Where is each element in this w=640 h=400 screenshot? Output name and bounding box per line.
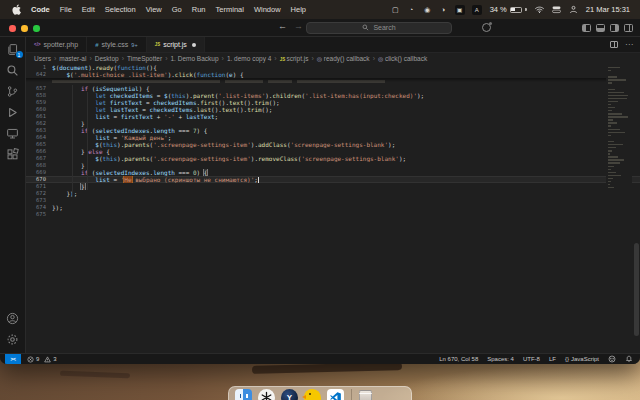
close-window-button[interactable]: [9, 25, 16, 32]
remote-indicator[interactable]: ><: [5, 354, 21, 364]
line-number[interactable]: 1: [26, 64, 52, 71]
indentation-setting[interactable]: Spaces: 4: [487, 356, 514, 362]
code-line-672[interactable]: 672 });: [26, 190, 640, 197]
menu-item-file[interactable]: File: [60, 5, 72, 14]
code-line-665[interactable]: 665 $(this).parents('.screenpage-setting…: [26, 141, 640, 148]
modified-dot-icon[interactable]: [192, 43, 196, 47]
split-editor-icon[interactable]: [610, 41, 618, 48]
app-status-icon-5[interactable]: ▣: [455, 5, 465, 15]
line-number[interactable]: 658: [26, 92, 52, 99]
explorer-icon[interactable]: 1: [1, 39, 25, 60]
line-number[interactable]: 670: [26, 176, 52, 183]
breadcrumb-item-desktop[interactable]: Desktop: [95, 55, 119, 62]
language-mode[interactable]: {} JavaScript: [565, 356, 599, 362]
notifications-bell-icon[interactable]: [625, 355, 633, 363]
code-line-659[interactable]: 659 let firstText = checkedItems.first()…: [26, 99, 640, 106]
line-number[interactable]: 662: [26, 120, 52, 127]
tab-style-css[interactable]: # style.css 9+: [87, 37, 146, 52]
app-status-icon-3[interactable]: ◉: [423, 5, 432, 14]
line-number[interactable]: 672: [26, 190, 52, 197]
dock-item-finder[interactable]: [235, 389, 252, 400]
command-center-search[interactable]: Search: [306, 22, 452, 34]
cursor-position[interactable]: Ln 670, Col 58: [439, 356, 478, 362]
account-icon[interactable]: [1, 308, 25, 329]
breadcrumb-item-users[interactable]: Users: [34, 55, 51, 62]
encoding-setting[interactable]: UTF-8: [523, 356, 540, 362]
menu-bar-clock[interactable]: 21 Mar 15:31: [586, 5, 630, 14]
line-number[interactable]: 665: [26, 141, 52, 148]
line-number[interactable]: 664: [26, 134, 52, 141]
dock-item-yandex-browser[interactable]: Y: [281, 389, 298, 400]
code-line-662[interactable]: 662 }: [26, 120, 640, 127]
navigate-back-icon[interactable]: ←: [278, 21, 287, 31]
code-line-661[interactable]: 661 list = firstText + '-' + lastText;: [26, 113, 640, 120]
minimize-window-button[interactable]: [21, 25, 28, 32]
battery-indicator[interactable]: 34 %: [490, 5, 527, 14]
toggle-sidebar-icon[interactable]: [582, 24, 591, 32]
run-debug-icon[interactable]: [1, 102, 25, 123]
app-status-icon-4[interactable]: ◑: [439, 5, 448, 14]
source-control-icon[interactable]: [1, 81, 25, 102]
code-line-673[interactable]: 673: [26, 197, 640, 204]
line-number[interactable]: 657: [26, 85, 52, 92]
dock-item-trash[interactable]: [359, 390, 372, 400]
app-status-icon-1[interactable]: ▢: [391, 5, 400, 14]
editor-scrollbar[interactable]: [632, 64, 640, 353]
breadcrumb-item-master-al[interactable]: master-al: [59, 55, 86, 62]
titlebar-extra-icon[interactable]: [482, 23, 491, 32]
code-line-664[interactable]: 664 list = 'Каждый день';: [26, 134, 640, 141]
wifi-icon[interactable]: [535, 5, 544, 14]
line-number[interactable]: 659: [26, 99, 52, 106]
tab-script-js[interactable]: JS script.js: [147, 37, 205, 52]
more-actions-icon[interactable]: ⋯: [625, 43, 633, 47]
code-line-670[interactable]: 670 list = 'Не выбрано (скриншоты не сни…: [26, 176, 640, 183]
account-menu-icon[interactable]: [569, 5, 578, 14]
line-number[interactable]: 675: [26, 211, 52, 218]
line-number[interactable]: 668: [26, 162, 52, 169]
toggle-panel-icon[interactable]: [596, 24, 605, 32]
code-line-660[interactable]: 660 let lastText = checkedItems.last().t…: [26, 106, 640, 113]
menu-app-name[interactable]: Code: [31, 5, 50, 14]
customize-layout-icon[interactable]: [624, 24, 633, 32]
menu-item-edit[interactable]: Edit: [82, 5, 95, 14]
sticky-scroll[interactable]: 1$(document).ready(function(){642 $('.mu…: [26, 64, 606, 78]
eol-setting[interactable]: LF: [549, 356, 556, 362]
window-title-bar[interactable]: ← → Search: [0, 19, 640, 37]
menu-item-help[interactable]: Help: [291, 5, 306, 14]
dock-item-chatgpt[interactable]: [258, 389, 275, 400]
breadcrumb-item-ready-callback[interactable]: ◎ ready() callback: [317, 55, 370, 62]
code-line-657[interactable]: 657 if (isSequential) {: [26, 85, 640, 92]
code-line-675[interactable]: 675: [26, 211, 640, 218]
code-line-671[interactable]: 671 }: [26, 183, 640, 190]
scrollbar-thumb[interactable]: [634, 243, 639, 335]
tab-spotter-php[interactable]: </> spotter.php: [26, 37, 87, 52]
menu-item-run[interactable]: Run: [192, 5, 206, 14]
line-number[interactable]: 674: [26, 204, 52, 211]
breadcrumb-item-script-js[interactable]: JS script.js: [280, 55, 309, 62]
breadcrumb-item-1-demo-backup[interactable]: 1. Demo Backup: [170, 55, 218, 62]
breadcrumb-item-click-callback[interactable]: ◎ click() callback: [378, 55, 427, 62]
breadcrumb-item-timespotter[interactable]: TimeSpotter: [127, 55, 162, 62]
navigate-forward-icon[interactable]: →: [294, 21, 303, 31]
line-number[interactable]: 671: [26, 183, 52, 190]
apple-logo-icon[interactable]: [12, 5, 21, 14]
settings-icon[interactable]: [1, 329, 25, 350]
line-number[interactable]: 673: [26, 197, 52, 204]
code-line-663[interactable]: 663 if (selectedIndexes.length === 7) {: [26, 127, 640, 134]
menu-item-selection[interactable]: Selection: [105, 5, 136, 14]
menu-item-view[interactable]: View: [146, 5, 162, 14]
line-number[interactable]: 666: [26, 148, 52, 155]
code-line-666[interactable]: 666 } else {: [26, 148, 640, 155]
sticky-line-1[interactable]: 1$(document).ready(function(){: [26, 64, 606, 71]
problems-indicator[interactable]: 9 3: [27, 356, 57, 363]
code-line-674[interactable]: 674});: [26, 204, 640, 211]
line-number[interactable]: 661: [26, 113, 52, 120]
search-icon[interactable]: [1, 60, 25, 81]
dock-item-cyberduck[interactable]: [304, 389, 321, 400]
maximize-window-button[interactable]: [33, 25, 40, 32]
menu-item-go[interactable]: Go: [172, 5, 182, 14]
minimap[interactable]: [606, 64, 632, 353]
code-line-668[interactable]: 668 }: [26, 162, 640, 169]
feedback-smiley-icon[interactable]: [608, 355, 616, 363]
code-line-669[interactable]: 669 if (selectedIndexes.length === 0) {: [26, 169, 640, 176]
